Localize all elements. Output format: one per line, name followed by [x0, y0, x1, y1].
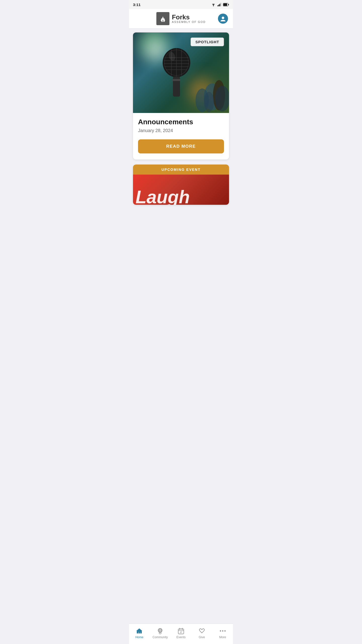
battery-icon	[223, 3, 229, 6]
upcoming-event-card[interactable]: UPCOMING EVENT Laugh	[133, 165, 229, 205]
logo-text: Forks ASSEMBLY OF GOD	[172, 14, 206, 23]
nav-label-community: Community	[153, 635, 168, 639]
nav-item-give[interactable]: Give	[191, 626, 212, 640]
nav-item-community[interactable]: Community	[150, 626, 171, 640]
upcoming-event-image: Laugh	[133, 175, 229, 205]
svg-rect-4	[220, 3, 221, 6]
svg-point-46	[224, 630, 225, 632]
signal-icon	[217, 3, 221, 6]
logo-name: Forks	[172, 14, 206, 20]
community-icon	[157, 627, 164, 634]
bottom-navigation: Home Community	[129, 624, 233, 644]
nav-item-home[interactable]: Home	[129, 626, 150, 640]
give-icon	[198, 627, 205, 634]
spotlight-date: January 28, 2024	[138, 128, 224, 133]
nav-label-home: Home	[135, 635, 143, 639]
svg-rect-13	[164, 21, 165, 22]
logo-icon	[156, 12, 169, 25]
svg-point-14	[222, 17, 224, 19]
home-icon	[136, 627, 143, 634]
svg-rect-12	[163, 21, 163, 22]
svg-rect-3	[219, 4, 220, 6]
nav-label-events: Events	[176, 635, 186, 639]
spotlight-content: Announcements January 28, 2024 READ MORE	[133, 113, 229, 159]
more-icon	[219, 627, 226, 634]
logo-subtitle: ASSEMBLY OF GOD	[172, 20, 206, 23]
nav-item-more[interactable]: More	[212, 626, 233, 640]
svg-point-0	[213, 6, 214, 6]
upcoming-event-header: UPCOMING EVENT	[133, 165, 229, 175]
laugh-text: Laugh	[135, 187, 190, 205]
svg-rect-6	[223, 3, 227, 6]
spotlight-card: SPOTLIGHT Announcements January 28, 2024…	[133, 32, 229, 159]
spotlight-image-container: SPOTLIGHT	[133, 32, 229, 113]
svg-point-44	[220, 630, 221, 632]
svg-rect-1	[217, 5, 218, 6]
wifi-icon	[211, 3, 216, 6]
status-bar: 3:11	[129, 0, 233, 9]
nav-item-events[interactable]: 17 Events	[171, 626, 192, 640]
status-time: 3:11	[133, 3, 141, 7]
spotlight-badge: SPOTLIGHT	[191, 37, 224, 46]
svg-point-45	[222, 630, 223, 632]
svg-point-32	[215, 86, 229, 111]
events-icon: 17	[177, 627, 185, 634]
crowd-silhouette	[162, 61, 229, 113]
nav-label-more: More	[219, 635, 226, 639]
nav-label-give: Give	[199, 635, 205, 639]
svg-text:17: 17	[180, 631, 182, 633]
logo-container: Forks ASSEMBLY OF GOD	[156, 12, 206, 25]
svg-point-31	[204, 92, 214, 112]
profile-button[interactable]	[217, 13, 229, 25]
read-more-button[interactable]: READ MORE	[138, 139, 224, 153]
status-icons	[211, 3, 229, 6]
main-content: SPOTLIGHT Announcements January 28, 2024…	[129, 28, 233, 225]
profile-avatar	[218, 14, 228, 24]
svg-rect-2	[218, 5, 219, 6]
spotlight-title: Announcements	[138, 118, 224, 126]
svg-rect-11	[161, 21, 162, 22]
svg-rect-33	[139, 632, 140, 633]
header: Forks ASSEMBLY OF GOD	[129, 9, 233, 28]
svg-rect-7	[228, 4, 229, 5]
